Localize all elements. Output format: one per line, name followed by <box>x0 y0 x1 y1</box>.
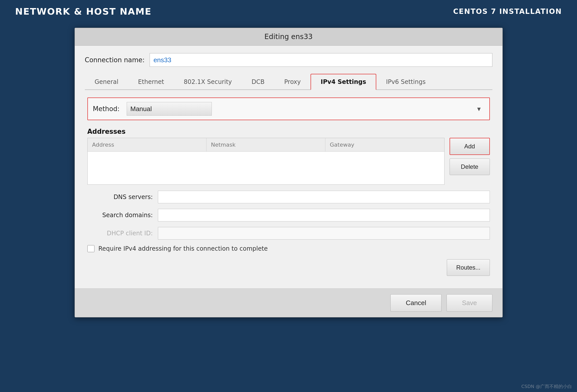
search-domains-row: Search domains: <box>87 209 490 221</box>
tab-security[interactable]: 802.1X Security <box>174 74 242 89</box>
require-ipv4-checkbox[interactable] <box>87 245 94 252</box>
watermark: CSDN @广而不精的小白 <box>521 383 572 389</box>
addresses-title: Addresses <box>87 128 490 135</box>
cancel-button[interactable]: Cancel <box>390 294 442 312</box>
addresses-table-wrapper: Address Netmask Gateway Add Delete <box>87 138 490 185</box>
method-row: Method: Manual Automatic (DHCP) Link-Loc… <box>87 97 490 120</box>
addresses-table: Address Netmask Gateway <box>87 138 445 185</box>
addresses-table-header: Address Netmask Gateway <box>88 138 444 152</box>
tab-general[interactable]: General <box>85 74 128 89</box>
method-select[interactable]: Manual Automatic (DHCP) Link-Local Only … <box>127 102 212 116</box>
dialog-body: Connection name: General Ethernet 802.1X… <box>75 46 502 288</box>
addresses-buttons: Add Delete <box>450 138 490 175</box>
delete-button[interactable]: Delete <box>450 158 490 175</box>
tab-ethernet[interactable]: Ethernet <box>128 74 174 89</box>
dialog-titlebar: Editing ens33 <box>75 28 502 46</box>
dhcp-client-id-input[interactable] <box>158 227 490 240</box>
top-bar-right-title: CENTOS 7 INSTALLATION <box>453 7 562 16</box>
require-ipv4-row: Require IPv4 addressing for this connect… <box>87 245 490 252</box>
tab-ipv4[interactable]: IPv4 Settings <box>311 74 376 90</box>
dns-servers-input[interactable] <box>158 191 490 203</box>
connection-name-input[interactable] <box>150 53 492 67</box>
tab-dcb[interactable]: DCB <box>242 74 275 89</box>
dhcp-client-id-label: DHCP client ID: <box>87 230 153 237</box>
routes-row: Routes... <box>87 259 490 276</box>
dns-servers-label: DNS servers: <box>87 193 153 201</box>
routes-button[interactable]: Routes... <box>447 259 490 276</box>
dns-servers-row: DNS servers: <box>87 191 490 203</box>
addresses-section: Addresses Address Netmask Gateway Add <box>87 128 490 185</box>
save-button[interactable]: Save <box>447 294 492 312</box>
tab-ipv6[interactable]: IPv6 Settings <box>376 74 435 89</box>
address-col-header: Address <box>88 138 207 151</box>
dhcp-client-id-row: DHCP client ID: <box>87 227 490 240</box>
method-select-wrapper: Manual Automatic (DHCP) Link-Local Only … <box>127 102 484 116</box>
dialog-footer: Cancel Save <box>75 288 502 317</box>
search-domains-input[interactable] <box>158 209 490 221</box>
connection-name-row: Connection name: <box>85 53 492 67</box>
tabs: General Ethernet 802.1X Security DCB Pro… <box>85 74 492 90</box>
ipv4-tab-content: Method: Manual Automatic (DHCP) Link-Loc… <box>85 97 492 276</box>
netmask-col-header: Netmask <box>207 138 325 151</box>
add-button[interactable]: Add <box>450 138 490 155</box>
top-bar-left-title: NETWORK & HOST NAME <box>15 6 152 17</box>
gateway-col-header: Gateway <box>325 138 444 151</box>
dialog: Editing ens33 Connection name: General E… <box>75 23 503 317</box>
tab-proxy[interactable]: Proxy <box>275 74 311 89</box>
addresses-table-body[interactable] <box>88 152 444 184</box>
search-domains-label: Search domains: <box>87 212 153 219</box>
require-ipv4-label: Require IPv4 addressing for this connect… <box>98 245 268 252</box>
method-label: Method: <box>93 105 121 113</box>
connection-name-label: Connection name: <box>85 56 145 64</box>
top-bar: NETWORK & HOST NAME CENTOS 7 INSTALLATIO… <box>0 0 577 23</box>
